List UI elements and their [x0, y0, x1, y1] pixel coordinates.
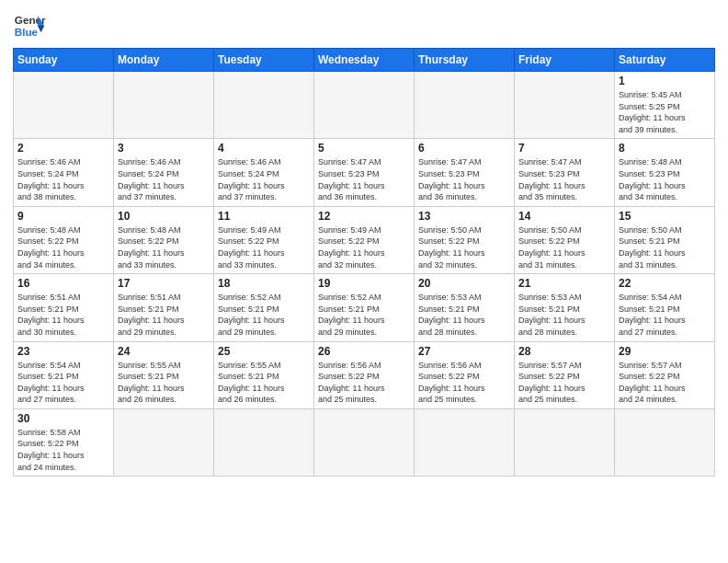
calendar-cell: 8Sunrise: 5:48 AM Sunset: 5:23 PM Daylig…	[615, 139, 715, 206]
calendar-cell	[515, 72, 615, 139]
calendar-cell: 17Sunrise: 5:51 AM Sunset: 5:21 PM Dayli…	[114, 274, 214, 341]
calendar-cell: 22Sunrise: 5:54 AM Sunset: 5:21 PM Dayli…	[615, 274, 715, 341]
day-number: 14	[518, 210, 610, 223]
day-number: 16	[17, 277, 109, 290]
weekday-header-monday: Monday	[114, 49, 214, 72]
calendar-cell	[314, 408, 415, 476]
day-number: 15	[619, 210, 711, 223]
day-number: 13	[418, 210, 510, 223]
calendar-cell: 6Sunrise: 5:47 AM Sunset: 5:23 PM Daylig…	[415, 139, 515, 206]
day-number: 19	[318, 277, 410, 290]
weekday-header-sunday: Sunday	[14, 49, 114, 72]
calendar-cell: 25Sunrise: 5:55 AM Sunset: 5:21 PM Dayli…	[214, 341, 314, 408]
page: General Blue SundayMondayTuesdayWednesda…	[0, 0, 728, 563]
day-info: Sunrise: 5:51 AM Sunset: 5:21 PM Dayligh…	[118, 292, 210, 338]
day-info: Sunrise: 5:52 AM Sunset: 5:21 PM Dayligh…	[318, 292, 410, 338]
header: General Blue	[13, 9, 715, 42]
calendar: SundayMondayTuesdayWednesdayThursdayFrid…	[13, 48, 715, 477]
calendar-cell: 24Sunrise: 5:55 AM Sunset: 5:21 PM Dayli…	[114, 341, 214, 408]
day-number: 26	[318, 345, 410, 358]
logo-icon: General Blue	[13, 9, 46, 42]
calendar-cell: 23Sunrise: 5:54 AM Sunset: 5:21 PM Dayli…	[14, 341, 114, 408]
calendar-cell	[515, 408, 615, 476]
day-info: Sunrise: 5:53 AM Sunset: 5:21 PM Dayligh…	[418, 292, 510, 338]
calendar-cell: 26Sunrise: 5:56 AM Sunset: 5:22 PM Dayli…	[314, 341, 415, 408]
calendar-cell: 16Sunrise: 5:51 AM Sunset: 5:21 PM Dayli…	[14, 274, 114, 341]
day-number: 30	[17, 412, 109, 425]
week-row-1: 2Sunrise: 5:46 AM Sunset: 5:24 PM Daylig…	[14, 139, 715, 206]
calendar-cell: 5Sunrise: 5:47 AM Sunset: 5:23 PM Daylig…	[314, 139, 415, 206]
day-number: 17	[118, 277, 210, 290]
week-row-5: 30Sunrise: 5:58 AM Sunset: 5:22 PM Dayli…	[14, 408, 715, 476]
day-number: 2	[17, 142, 109, 155]
weekday-header-row: SundayMondayTuesdayWednesdayThursdayFrid…	[14, 49, 715, 72]
day-info: Sunrise: 5:46 AM Sunset: 5:24 PM Dayligh…	[218, 156, 310, 202]
calendar-cell	[415, 408, 515, 476]
day-number: 22	[619, 277, 711, 290]
day-number: 1	[619, 75, 711, 87]
day-number: 6	[418, 142, 510, 155]
week-row-3: 16Sunrise: 5:51 AM Sunset: 5:21 PM Dayli…	[14, 274, 715, 341]
calendar-cell	[415, 72, 515, 139]
calendar-cell: 11Sunrise: 5:49 AM Sunset: 5:22 PM Dayli…	[214, 206, 314, 273]
calendar-cell: 3Sunrise: 5:46 AM Sunset: 5:24 PM Daylig…	[114, 139, 214, 206]
calendar-cell	[214, 408, 314, 476]
calendar-cell	[14, 72, 114, 139]
day-info: Sunrise: 5:46 AM Sunset: 5:24 PM Dayligh…	[17, 156, 109, 202]
weekday-header-saturday: Saturday	[615, 49, 715, 72]
day-info: Sunrise: 5:56 AM Sunset: 5:22 PM Dayligh…	[418, 360, 510, 406]
day-info: Sunrise: 5:50 AM Sunset: 5:21 PM Dayligh…	[619, 224, 711, 270]
weekday-header-wednesday: Wednesday	[314, 49, 415, 72]
day-number: 29	[619, 345, 711, 358]
day-info: Sunrise: 5:53 AM Sunset: 5:21 PM Dayligh…	[518, 292, 610, 338]
day-info: Sunrise: 5:47 AM Sunset: 5:23 PM Dayligh…	[318, 156, 410, 202]
calendar-cell: 27Sunrise: 5:56 AM Sunset: 5:22 PM Dayli…	[415, 341, 515, 408]
day-number: 23	[17, 345, 109, 358]
calendar-cell: 19Sunrise: 5:52 AM Sunset: 5:21 PM Dayli…	[314, 274, 415, 341]
day-info: Sunrise: 5:55 AM Sunset: 5:21 PM Dayligh…	[118, 360, 210, 406]
day-info: Sunrise: 5:56 AM Sunset: 5:22 PM Dayligh…	[318, 360, 410, 406]
calendar-cell: 21Sunrise: 5:53 AM Sunset: 5:21 PM Dayli…	[515, 274, 615, 341]
day-number: 28	[518, 345, 610, 358]
calendar-cell: 9Sunrise: 5:48 AM Sunset: 5:22 PM Daylig…	[14, 206, 114, 273]
week-row-0: 1Sunrise: 5:45 AM Sunset: 5:25 PM Daylig…	[14, 72, 715, 139]
calendar-cell: 2Sunrise: 5:46 AM Sunset: 5:24 PM Daylig…	[14, 139, 114, 206]
weekday-header-friday: Friday	[515, 49, 615, 72]
day-info: Sunrise: 5:51 AM Sunset: 5:21 PM Dayligh…	[17, 292, 109, 338]
day-info: Sunrise: 5:49 AM Sunset: 5:22 PM Dayligh…	[218, 224, 310, 270]
calendar-cell	[615, 408, 715, 476]
day-info: Sunrise: 5:57 AM Sunset: 5:22 PM Dayligh…	[619, 360, 711, 406]
day-info: Sunrise: 5:58 AM Sunset: 5:22 PM Dayligh…	[17, 427, 109, 473]
logo: General Blue	[13, 9, 46, 42]
calendar-cell: 29Sunrise: 5:57 AM Sunset: 5:22 PM Dayli…	[615, 341, 715, 408]
day-number: 8	[619, 142, 711, 155]
svg-text:Blue: Blue	[15, 26, 39, 38]
calendar-cell: 1Sunrise: 5:45 AM Sunset: 5:25 PM Daylig…	[615, 72, 715, 139]
day-info: Sunrise: 5:47 AM Sunset: 5:23 PM Dayligh…	[418, 156, 510, 202]
calendar-cell	[114, 408, 214, 476]
week-row-4: 23Sunrise: 5:54 AM Sunset: 5:21 PM Dayli…	[14, 341, 715, 408]
day-number: 25	[218, 345, 310, 358]
calendar-cell: 30Sunrise: 5:58 AM Sunset: 5:22 PM Dayli…	[14, 408, 114, 476]
day-info: Sunrise: 5:48 AM Sunset: 5:23 PM Dayligh…	[619, 156, 711, 202]
day-number: 24	[118, 345, 210, 358]
day-number: 7	[518, 142, 610, 155]
day-info: Sunrise: 5:46 AM Sunset: 5:24 PM Dayligh…	[118, 156, 210, 202]
calendar-cell: 20Sunrise: 5:53 AM Sunset: 5:21 PM Dayli…	[415, 274, 515, 341]
day-info: Sunrise: 5:48 AM Sunset: 5:22 PM Dayligh…	[17, 224, 109, 270]
svg-marker-3	[38, 26, 44, 32]
weekday-header-tuesday: Tuesday	[214, 49, 314, 72]
calendar-cell	[214, 72, 314, 139]
week-row-2: 9Sunrise: 5:48 AM Sunset: 5:22 PM Daylig…	[14, 206, 715, 273]
day-number: 20	[418, 277, 510, 290]
calendar-cell: 10Sunrise: 5:48 AM Sunset: 5:22 PM Dayli…	[114, 206, 214, 273]
day-number: 12	[318, 210, 410, 223]
day-info: Sunrise: 5:48 AM Sunset: 5:22 PM Dayligh…	[118, 224, 210, 270]
calendar-cell: 12Sunrise: 5:49 AM Sunset: 5:22 PM Dayli…	[314, 206, 415, 273]
calendar-cell: 14Sunrise: 5:50 AM Sunset: 5:22 PM Dayli…	[515, 206, 615, 273]
calendar-cell: 28Sunrise: 5:57 AM Sunset: 5:22 PM Dayli…	[515, 341, 615, 408]
day-info: Sunrise: 5:50 AM Sunset: 5:22 PM Dayligh…	[518, 224, 610, 270]
day-info: Sunrise: 5:52 AM Sunset: 5:21 PM Dayligh…	[218, 292, 310, 338]
calendar-cell	[114, 72, 214, 139]
day-number: 9	[17, 210, 109, 223]
